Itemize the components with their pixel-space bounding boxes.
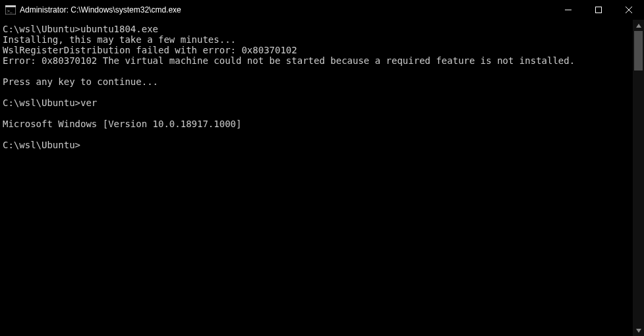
terminal-line: WslRegisterDistribution failed with erro…	[3, 45, 630, 55]
window-title: Administrator: C:\Windows\system32\cmd.e…	[20, 5, 181, 14]
terminal-line	[3, 108, 630, 119]
terminal-line	[3, 129, 630, 140]
terminal-line	[3, 66, 630, 76]
svg-marker-7	[636, 24, 641, 28]
cmd-window: >_ Administrator: C:\Windows\system32\cm…	[0, 0, 644, 336]
scroll-track[interactable]	[633, 31, 644, 325]
terminal-line: C:\wsl\Ubuntu>ubuntu1804.exe	[3, 24, 630, 34]
titlebar-left: >_ Administrator: C:\Windows\system32\cm…	[0, 5, 181, 14]
svg-marker-8	[636, 329, 641, 333]
close-button[interactable]	[614, 0, 644, 20]
terminal-line: C:\wsl\Ubuntu>ver	[3, 98, 630, 108]
svg-rect-1	[5, 5, 16, 7]
vertical-scrollbar[interactable]	[633, 20, 644, 336]
svg-rect-4	[596, 7, 602, 13]
svg-text:>_: >_	[7, 9, 13, 14]
titlebar[interactable]: >_ Administrator: C:\Windows\system32\cm…	[0, 0, 644, 20]
client-area: C:\wsl\Ubuntu>ubuntu1804.exeInstalling, …	[0, 20, 644, 336]
scroll-thumb[interactable]	[634, 31, 643, 70]
terminal-output[interactable]: C:\wsl\Ubuntu>ubuntu1804.exeInstalling, …	[0, 20, 633, 336]
terminal-line: Error: 0x80370102 The virtual machine co…	[3, 55, 630, 66]
cmd-icon: >_	[5, 5, 16, 14]
scroll-up-button[interactable]	[633, 20, 644, 31]
terminal-line: Installing, this may take a few minutes.…	[3, 34, 630, 45]
scroll-down-button[interactable]	[633, 325, 644, 336]
terminal-line: Microsoft Windows [Version 10.0.18917.10…	[3, 119, 630, 129]
titlebar-controls	[553, 0, 644, 20]
terminal-line: C:\wsl\Ubuntu>	[3, 140, 630, 150]
minimize-button[interactable]	[553, 0, 583, 20]
maximize-button[interactable]	[583, 0, 614, 20]
terminal-line	[3, 87, 630, 98]
terminal-line: Press any key to continue...	[3, 76, 630, 87]
